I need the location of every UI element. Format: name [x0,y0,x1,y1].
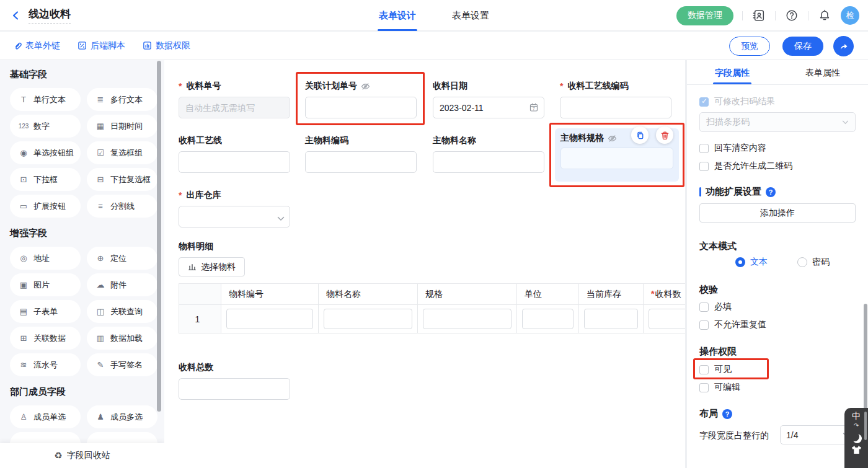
back-button[interactable] [11,11,21,20]
mini-arrow-icon[interactable]: ↷ [854,423,859,429]
stock-input[interactable] [584,309,638,329]
field-pill-checkbox-group[interactable]: ☑复选框组 [87,141,157,164]
field-pill-divider[interactable]: ≡分割线 [87,195,157,218]
share-button[interactable] [833,36,854,56]
no-duplicate-checkbox[interactable] [699,320,709,330]
person-icon: ♙ [18,412,29,422]
link-label: 后端脚本 [91,40,125,51]
field-pill-location[interactable]: ⊕定位 [87,247,157,270]
preview-button[interactable]: 预览 [729,37,770,56]
text-radio[interactable] [735,257,745,267]
field-pill-single-line-text[interactable]: T单行文本 [10,88,81,111]
field-recycle-bin[interactable]: ♻ 字段回收站 [0,443,164,468]
field-pill-linked-query[interactable]: ◫关联查询 [87,300,157,323]
help-icon[interactable] [784,8,799,23]
field-pill-extend-button[interactable]: ▭扩展按钮 [10,195,81,218]
tab-form-design[interactable]: 表单设计 [379,0,416,31]
dark-mode-moon-icon[interactable] [850,432,859,441]
receipt-date-input[interactable] [433,97,544,118]
panel-scrollbar[interactable] [864,304,867,410]
backend-script-link[interactable]: 后端脚本 [78,40,125,51]
address-pin-icon: ◎ [18,254,29,263]
field-line-code[interactable]: *收料工艺线编码 [560,81,671,118]
user-avatar[interactable]: 检 [841,6,859,25]
receipt-no-input[interactable] [179,97,290,118]
password-radio[interactable] [797,257,807,267]
delete-field-button[interactable] [656,126,673,144]
field-receipt-no[interactable]: *收料单号 [179,81,290,118]
line-input[interactable] [179,151,290,173]
clear-on-enter-checkbox[interactable] [699,144,709,153]
form-title[interactable]: 线边收料 [29,7,71,24]
translate-icon[interactable]: 中 [852,412,861,421]
field-pill-member-single[interactable]: ♙成员单选 [10,405,81,428]
material-name-input[interactable] [324,309,412,329]
data-permission-link[interactable]: 数据权限 [143,40,190,51]
field-pill-datetime[interactable]: ▦日期时间 [87,115,157,138]
field-pill-linked-data[interactable]: ⊞关联数据 [10,327,81,350]
receipt-qty-input[interactable] [649,309,685,329]
line-code-input[interactable] [560,97,671,118]
contact-book-icon[interactable] [751,8,766,23]
warehouse-select[interactable] [179,206,290,227]
field-line[interactable]: 收料工艺线 [179,135,290,173]
field-pill-address[interactable]: ◎地址 [10,247,81,270]
single-line-text-icon: T [18,95,29,104]
enhanced-field-grid: ◎地址 ⊕定位 ▣图片 ☁附件 ▤子表单 ◫关联查询 ⊞关联数据 ▥数据加载 ≋… [10,247,157,376]
spec-input[interactable] [423,309,512,329]
tab-form-settings[interactable]: 表单设置 [452,0,489,31]
field-label: 主物料名称 [433,135,476,146]
mat-name-input[interactable] [433,151,544,173]
visible-checkbox[interactable] [699,365,709,374]
form-external-link[interactable]: 表单外链 [12,40,60,51]
required-checkbox[interactable] [699,302,709,312]
field-mat-name[interactable]: 主物料名称 [433,135,544,173]
help-question-icon[interactable]: ? [722,409,732,419]
unit-input[interactable] [522,309,574,329]
plan-no-input[interactable] [305,97,417,118]
mat-code-input[interactable] [305,151,417,173]
field-pill-attachment[interactable]: ☁附件 [87,273,157,296]
save-button[interactable]: 保存 [782,37,823,56]
select-material-button[interactable]: 选择物料 [179,257,245,276]
field-pill-radio-group[interactable]: ◉单选按钮组 [10,141,81,164]
editable-checkbox[interactable] [699,383,709,392]
scan-mode-dropdown[interactable]: 扫描条形码 [699,112,856,132]
field-pill-multi-line-text[interactable]: ≣多行文本 [87,88,157,111]
add-action-button[interactable]: 添加操作 [699,203,856,223]
field-plan-no[interactable]: 关联计划单号 [305,81,417,118]
allow-qrcode-checkbox[interactable] [699,162,709,171]
copy-field-button[interactable] [631,126,649,144]
field-pill-signature[interactable]: ✎手写签名 [87,353,157,376]
field-receipt-date[interactable]: 收料日期 7 [433,81,544,118]
field-pill-image[interactable]: ▣图片 [10,273,81,296]
data-manage-button[interactable]: 数据管理 [676,6,733,25]
tab-form-properties[interactable]: 表单属性 [777,60,868,84]
shirt-icon[interactable] [851,445,862,454]
field-pill-multi-dropdown[interactable]: ⊟下拉复选框 [87,168,157,191]
section-title-members: 部门成员字段 [10,386,157,398]
total-input[interactable] [179,378,290,400]
divider [742,11,743,20]
field-pill-number[interactable]: 123数字 [10,115,81,138]
field-pill-data-load[interactable]: ▥数据加载 [87,327,157,350]
help-question-icon[interactable]: ? [766,187,776,197]
field-pill-serial-number[interactable]: ≋流水号 [10,353,81,376]
field-pill-member-multi[interactable]: ♟成员多选 [87,405,157,428]
tab-field-properties[interactable]: 字段属性 [687,60,777,84]
material-code-input[interactable] [226,309,313,329]
field-warehouse[interactable]: *出库仓库 [179,190,290,227]
notification-bell-icon[interactable] [817,8,832,23]
allow-qrcode-row: 是否允许生成二维码 [699,161,792,172]
field-pill-subform[interactable]: ▤子表单 [10,300,81,323]
field-mat-spec-selected[interactable]: 主物料规格 [555,128,679,182]
mat-spec-input[interactable] [560,148,673,169]
sidebar-scrollbar[interactable] [157,61,161,412]
data-permission-icon [143,41,152,50]
checkbox-group-icon: ☑ [95,148,106,157]
scan-editable-checkbox[interactable] [699,97,709,107]
field-pill-dropdown[interactable]: ⊡下拉框 [10,168,81,191]
field-total[interactable]: 收料总数 [179,362,290,400]
field-mat-code[interactable]: 主物料编码 [305,135,417,173]
secondary-toolbar: 表单外链 后端脚本 数据权限 预览 保存 [0,32,868,60]
